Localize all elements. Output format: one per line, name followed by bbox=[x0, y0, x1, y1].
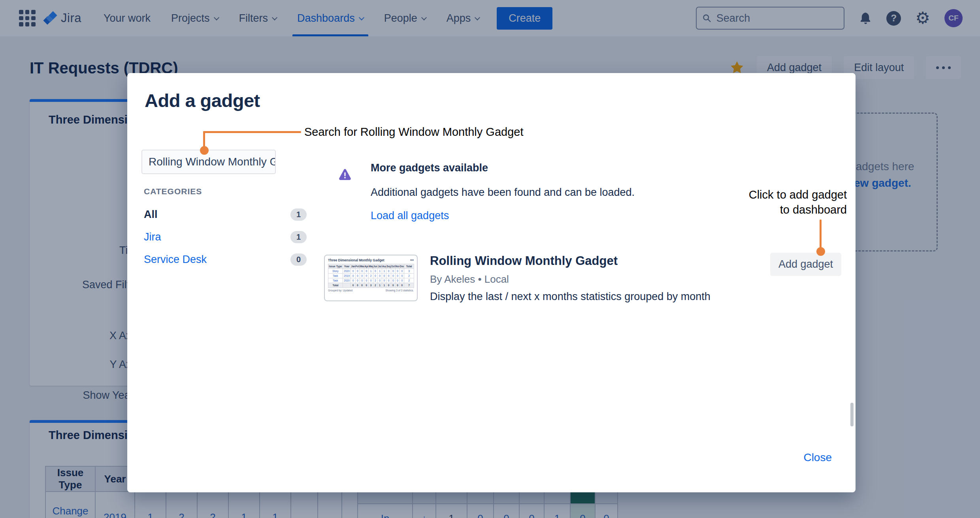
thumbnail-header-cell: Issue Type bbox=[328, 264, 343, 269]
thumbnail-header-cell: Apr bbox=[364, 264, 369, 269]
category-label: Jira bbox=[144, 231, 161, 243]
thumbnail-header-cell: Jun bbox=[373, 264, 377, 269]
search-annotation-text: Search for Rolling Window Monthly Gadget bbox=[304, 126, 523, 139]
thumbnail-header-cell: Jul bbox=[377, 264, 382, 269]
thumbnail-cell: 0 bbox=[400, 269, 404, 274]
categories-heading: CATEGORIES bbox=[144, 187, 202, 196]
thumbnail-cell: 0 bbox=[355, 274, 360, 278]
thumbnail-cell: 1 bbox=[377, 269, 382, 274]
search-annotation-line-v bbox=[203, 131, 205, 148]
thumbnail-header-cell: Jan bbox=[351, 264, 355, 269]
thumbnail-cell: 0 bbox=[400, 283, 404, 288]
thumbnail-cell: 0 bbox=[386, 269, 391, 274]
thumbnail-row: Total0000321100007 bbox=[328, 283, 414, 288]
thumbnail-header-cell: Total bbox=[404, 264, 414, 269]
add-annotation-line-v bbox=[820, 220, 822, 251]
thumbnail-header-cell: May bbox=[369, 264, 373, 269]
thumbnail-cell: 0 bbox=[382, 278, 386, 283]
thumbnail-cell: 1 bbox=[369, 269, 373, 274]
modal-add-gadget-button[interactable]: Add gadget bbox=[770, 253, 841, 276]
thumbnail-cell: 0 bbox=[355, 283, 360, 288]
category-count-badge: 1 bbox=[290, 231, 307, 243]
thumbnail-cell: 0 bbox=[360, 269, 364, 274]
thumbnail-footer-left: Grouped by: Updated bbox=[328, 289, 352, 292]
thumbnail-cell: 0 bbox=[351, 274, 355, 278]
category-count-badge: 1 bbox=[290, 208, 307, 221]
thumbnail-cell: 0 bbox=[360, 278, 364, 283]
thumbnail-cell: 1 bbox=[382, 269, 386, 274]
thumbnail-cell: Story bbox=[328, 269, 343, 274]
thumbnail-cell: 0 bbox=[355, 269, 360, 274]
thumbnail-header-cell: Dec bbox=[400, 264, 404, 269]
thumbnail-header-row: Issue TypeYearJanFebMarAprMayJunJulAugSe… bbox=[328, 264, 414, 269]
thumbnail-cell: 0 bbox=[351, 278, 355, 283]
category-service-desk[interactable]: Service Desk0 bbox=[144, 248, 307, 271]
notice-title: More gadgets available bbox=[371, 162, 488, 174]
thumbnail-cell: 0 bbox=[386, 283, 391, 288]
add-annotation-line1: Click to add gadget bbox=[689, 187, 847, 202]
thumbnail-header-cell: Oct bbox=[391, 264, 395, 269]
thumbnail-cell: Task bbox=[328, 274, 343, 278]
thumbnail-cell: 0 bbox=[364, 283, 369, 288]
warning-icon bbox=[338, 168, 352, 181]
add-annotation-dot bbox=[816, 247, 825, 256]
thumbnail-header-cell: Sep bbox=[386, 264, 391, 269]
thumbnail-cell: 2 bbox=[404, 278, 414, 283]
gadget-result-title: Rolling Window Monthly Gadget bbox=[430, 254, 618, 268]
thumbnail-cell: 0 bbox=[391, 269, 395, 274]
thumbnail-cell: 1 bbox=[382, 283, 386, 288]
thumbnail-cell: 0 bbox=[400, 278, 404, 283]
thumbnail-cell: 0 bbox=[364, 269, 369, 274]
gadget-result-description: Display the last / next x months statist… bbox=[430, 291, 710, 303]
thumbnail-table: Issue TypeYearJanFebMarAprMayJunJulAugSe… bbox=[328, 264, 414, 288]
thumbnail-cell: 0 bbox=[369, 278, 373, 283]
modal-scrollbar[interactable] bbox=[850, 403, 854, 426]
thumbnail-header-cell: Nov bbox=[395, 264, 400, 269]
thumbnail-cell: 0 bbox=[391, 274, 395, 278]
load-all-gadgets-link[interactable]: Load all gadgets bbox=[371, 210, 449, 222]
thumbnail-cell: 0 bbox=[386, 274, 391, 278]
thumbnail-cell: 0 bbox=[355, 278, 360, 283]
thumbnail-title: Three Dimensional Monthly Gadget bbox=[328, 258, 384, 262]
thumbnail-cell: 7 bbox=[404, 283, 414, 288]
thumbnail-header-cell: Feb bbox=[355, 264, 360, 269]
thumbnail-cell: 0 bbox=[360, 274, 364, 278]
thumbnail-row: Story20200000101100003 bbox=[328, 269, 414, 274]
category-label: All bbox=[144, 208, 158, 221]
categories-list: All1Jira1Service Desk0 bbox=[144, 203, 307, 271]
thumbnail-cell: 0 bbox=[377, 278, 382, 283]
thumbnail-cell: 2020 bbox=[343, 269, 351, 274]
thumbnail-cell: 0 bbox=[364, 274, 369, 278]
modal-close-link[interactable]: Close bbox=[803, 451, 832, 464]
thumbnail-cell: 2020 bbox=[343, 278, 351, 283]
gadget-search-input[interactable] bbox=[141, 150, 276, 174]
thumbnail-menu-icon: ••• bbox=[410, 258, 414, 262]
thumbnail-cell: 0 bbox=[391, 278, 395, 283]
thumbnail-cell: 0 bbox=[364, 278, 369, 283]
gadget-result-byline: By Akeles • Local bbox=[430, 273, 509, 285]
thumbnail-footer-right: Showing 3 of 3 statistics. bbox=[385, 289, 414, 292]
thumbnail-cell: 0 bbox=[351, 269, 355, 274]
category-all[interactable]: All1 bbox=[144, 203, 307, 226]
thumbnail-cell: 2 bbox=[369, 274, 373, 278]
notice-body: Additional gadgets have been found and c… bbox=[371, 186, 635, 199]
thumbnail-cell: 2 bbox=[373, 283, 377, 288]
thumbnail-cell: 3 bbox=[404, 269, 414, 274]
thumbnail-cell: 2019 bbox=[343, 274, 351, 278]
thumbnail-cell: 0 bbox=[395, 269, 400, 274]
gadget-thumbnail: Three Dimensional Monthly Gadget ••• Iss… bbox=[324, 255, 418, 301]
modal-title: Add a gadget bbox=[145, 90, 260, 111]
thumbnail-cell: Task bbox=[328, 278, 343, 283]
thumbnail-row: Task20190000200000002 bbox=[328, 274, 414, 278]
thumbnail-row: Task20200000020000002 bbox=[328, 278, 414, 283]
thumbnail-cell: 0 bbox=[400, 274, 404, 278]
category-jira[interactable]: Jira1 bbox=[144, 226, 307, 248]
thumbnail-cell: 0 bbox=[382, 274, 386, 278]
thumbnail-header-cell: Year bbox=[343, 264, 351, 269]
thumbnail-cell: Total bbox=[328, 283, 343, 288]
category-label: Service Desk bbox=[144, 253, 207, 266]
thumbnail-cell: 0 bbox=[373, 274, 377, 278]
thumbnail-cell: 2 bbox=[373, 278, 377, 283]
search-annotation-dot bbox=[200, 146, 209, 155]
thumbnail-cell: 0 bbox=[377, 274, 382, 278]
